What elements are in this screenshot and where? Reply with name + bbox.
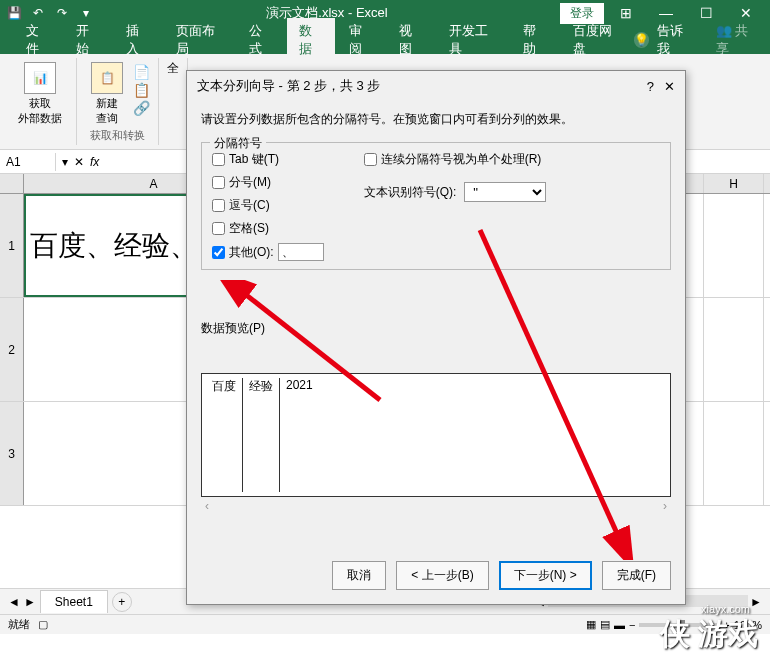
checkbox-other[interactable]: 其他(O): bbox=[212, 243, 324, 261]
finish-button[interactable]: 完成(F) bbox=[602, 561, 671, 590]
query-option-icon[interactable]: 📋 bbox=[133, 82, 150, 98]
preview-scroll-right-icon[interactable]: › bbox=[663, 499, 667, 513]
dialog-buttons: 取消 < 上一步(B) 下一步(N) > 完成(F) bbox=[332, 561, 671, 590]
preview-scroll-left-icon[interactable]: ‹ bbox=[205, 499, 209, 513]
tab-data[interactable]: 数据 bbox=[287, 18, 335, 62]
sheet-nav-next-icon[interactable]: ► bbox=[24, 595, 36, 609]
macro-record-icon[interactable]: ▢ bbox=[38, 618, 48, 631]
name-box-input[interactable] bbox=[0, 153, 56, 171]
dialog-instruction: 请设置分列数据所包含的分隔符号。在预览窗口内可看到分列的效果。 bbox=[201, 111, 671, 128]
tab-home[interactable]: 开始 bbox=[64, 18, 112, 62]
add-sheet-button[interactable]: + bbox=[112, 592, 132, 612]
preview-col-1: 百度 bbox=[206, 378, 243, 492]
dialog-close-icon[interactable]: ✕ bbox=[664, 79, 675, 94]
text-qualifier-label: 文本识别符号(Q): bbox=[364, 184, 457, 201]
new-query-button[interactable]: 📋 新建 查询 bbox=[85, 60, 129, 128]
ribbon-group-external: 📊 获取 外部数据 bbox=[4, 58, 77, 145]
share-button[interactable]: 👥 共享 bbox=[716, 22, 756, 58]
watermark-text: 侠 游戏 bbox=[660, 614, 758, 655]
ribbon-group-transform: 📋 新建 查询 📄 📋 🔗 获取和转换 bbox=[77, 58, 159, 145]
fx-icon[interactable]: fx bbox=[90, 155, 99, 169]
checkbox-comma[interactable]: 逗号(C) bbox=[212, 197, 324, 214]
select-all-corner[interactable] bbox=[0, 174, 24, 193]
tell-me-icon[interactable]: 💡 bbox=[634, 32, 649, 48]
data-preview-box: 百度 经验 2021 bbox=[201, 373, 671, 497]
tab-dev[interactable]: 开发工具 bbox=[437, 18, 509, 62]
tab-formula[interactable]: 公式 bbox=[237, 18, 285, 62]
view-page-icon[interactable]: ▤ bbox=[600, 618, 610, 631]
sheet-nav-prev-icon[interactable]: ◄ bbox=[8, 595, 20, 609]
row-header-1[interactable]: 1 bbox=[0, 194, 24, 297]
tab-view[interactable]: 视图 bbox=[387, 18, 435, 62]
query-option-icon[interactable]: 📄 bbox=[133, 64, 150, 80]
delimiters-fieldset: 分隔符号 Tab 键(T) 分号(M) 逗号(C) 空格(S) 其他(O): 连… bbox=[201, 142, 671, 270]
dialog-title-bar[interactable]: 文本分列向导 - 第 2 步，共 3 步 ? ✕ bbox=[187, 71, 685, 101]
view-normal-icon[interactable]: ▦ bbox=[586, 618, 596, 631]
query-option-icon[interactable]: 🔗 bbox=[133, 100, 150, 116]
preview-label: 数据预览(P) bbox=[201, 320, 671, 337]
hscroll-right-icon[interactable]: ► bbox=[750, 595, 762, 609]
next-button[interactable]: 下一步(N) > bbox=[499, 561, 592, 590]
row-header-2[interactable]: 2 bbox=[0, 298, 24, 401]
tab-review[interactable]: 审阅 bbox=[337, 18, 385, 62]
tab-file[interactable]: 文件 bbox=[14, 18, 62, 62]
sheet-tab-1[interactable]: Sheet1 bbox=[40, 590, 108, 613]
checkbox-consecutive[interactable]: 连续分隔符号视为单个处理(R) bbox=[364, 151, 547, 168]
tab-help[interactable]: 帮助 bbox=[511, 18, 559, 62]
status-bar: 就绪 ▢ ▦ ▤ ▬ − + 100% bbox=[0, 614, 770, 634]
text-qualifier-select[interactable]: " bbox=[464, 182, 546, 202]
cancel-button[interactable]: 取消 bbox=[332, 561, 386, 590]
row-header-3[interactable]: 3 bbox=[0, 402, 24, 505]
checkbox-semicolon[interactable]: 分号(M) bbox=[212, 174, 324, 191]
ribbon-tabs: 文件 开始 插入 页面布局 公式 数据 审阅 视图 开发工具 帮助 百度网盘 💡… bbox=[0, 26, 770, 54]
name-dropdown-icon[interactable]: ▾ bbox=[62, 155, 68, 169]
ribbon-group-all: 全 bbox=[159, 58, 188, 145]
preview-col-3: 2021 bbox=[280, 378, 666, 492]
tab-baidu[interactable]: 百度网盘 bbox=[561, 18, 633, 62]
dialog-help-icon[interactable]: ? bbox=[647, 79, 654, 94]
cancel-formula-icon[interactable]: ✕ bbox=[74, 155, 84, 169]
tell-me-label[interactable]: 告诉我 bbox=[657, 22, 691, 58]
tab-layout[interactable]: 页面布局 bbox=[164, 18, 236, 62]
new-query-icon: 📋 bbox=[91, 62, 123, 94]
back-button[interactable]: < 上一步(B) bbox=[396, 561, 488, 590]
col-header-h[interactable]: H bbox=[704, 174, 764, 193]
tab-insert[interactable]: 插入 bbox=[114, 18, 162, 62]
external-data-icon: 📊 bbox=[24, 62, 56, 94]
preview-col-2: 经验 bbox=[243, 378, 280, 492]
external-data-button[interactable]: 📊 获取 外部数据 bbox=[12, 60, 68, 128]
checkbox-space[interactable]: 空格(S) bbox=[212, 220, 324, 237]
text-to-columns-dialog: 文本分列向导 - 第 2 步，共 3 步 ? ✕ 请设置分列数据所包含的分隔符号… bbox=[186, 70, 686, 605]
other-delimiter-input[interactable] bbox=[278, 243, 324, 261]
zoom-out-icon[interactable]: − bbox=[629, 619, 635, 631]
status-ready: 就绪 bbox=[8, 617, 30, 632]
view-break-icon[interactable]: ▬ bbox=[614, 619, 625, 631]
checkbox-tab[interactable]: Tab 键(T) bbox=[212, 151, 324, 168]
